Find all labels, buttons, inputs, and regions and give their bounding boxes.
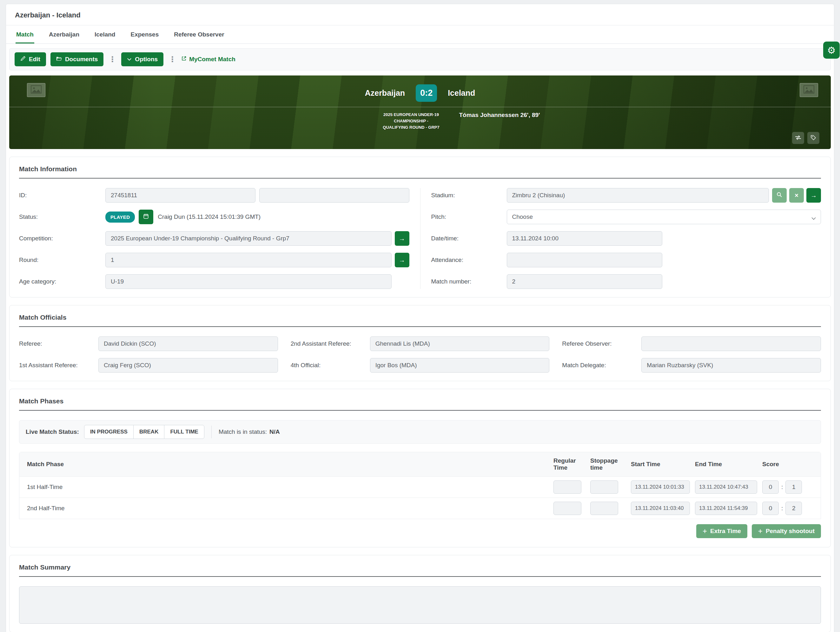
end-time-input[interactable] xyxy=(695,502,757,515)
referee-observer-input[interactable] xyxy=(641,336,821,351)
plus-icon: + xyxy=(703,527,707,536)
gear-icon: ⚙ xyxy=(827,45,836,56)
calendar-icon xyxy=(143,213,149,221)
match-delegate-label: Match Delegate: xyxy=(562,362,641,369)
section-title: Match Phases xyxy=(19,397,821,405)
status-history-button[interactable] xyxy=(139,210,153,224)
stadium-input[interactable] xyxy=(507,188,769,203)
external-link-icon xyxy=(181,56,186,63)
stoppage-time-input[interactable] xyxy=(590,481,618,494)
round-input[interactable] xyxy=(105,253,392,267)
tab-azerbaijan[interactable]: Azerbaijan xyxy=(48,25,80,43)
tab-match[interactable]: Match xyxy=(16,25,34,43)
attendance-label: Attendance: xyxy=(431,257,507,263)
arrow-right-icon: → xyxy=(810,192,817,199)
regular-time-input[interactable] xyxy=(553,502,581,515)
separator-dots-icon: ⋮ xyxy=(108,55,117,64)
add-penalty-shootout-button[interactable]: + Penalty shootout xyxy=(752,524,821,538)
score-away-input[interactable] xyxy=(785,481,802,494)
id-label: ID: xyxy=(19,192,105,199)
match-id-input[interactable] xyxy=(105,188,256,203)
regular-time-input[interactable] xyxy=(553,481,581,494)
assistant2-input[interactable] xyxy=(370,336,549,351)
folder-icon xyxy=(56,56,62,63)
score-home-input[interactable] xyxy=(762,481,779,494)
datetime-input[interactable] xyxy=(507,231,662,246)
mycomet-match-link[interactable]: MyComet Match xyxy=(181,56,235,63)
stadium-label: Stadium: xyxy=(431,192,507,199)
tab-bar: Match Azerbaijan Iceland Expenses Refere… xyxy=(6,25,834,44)
tag-button[interactable] xyxy=(807,132,819,144)
competition-name: 2025 EUROPEAN UNDER-19 CHAMPIONSHIP - QU… xyxy=(381,112,441,131)
section-title: Match Information xyxy=(19,165,821,173)
match-phases-section: Match Phases Live Match Status: IN PROGR… xyxy=(9,389,831,547)
end-time-input[interactable] xyxy=(695,481,757,494)
section-rule xyxy=(19,178,821,178)
match-number-input[interactable] xyxy=(507,274,662,289)
age-category-label: Age category: xyxy=(19,278,105,285)
age-category-input[interactable] xyxy=(105,274,392,289)
image-placeholder-icon xyxy=(31,85,41,95)
away-team-logo-placeholder xyxy=(800,83,818,97)
edit-button[interactable]: Edit xyxy=(14,52,46,66)
attendance-input[interactable] xyxy=(507,253,662,267)
fourth-official-input[interactable] xyxy=(370,358,549,373)
score-home-input[interactable] xyxy=(762,502,779,515)
competition-input[interactable] xyxy=(105,231,392,246)
assistant2-label: 2nd Assistant Referee: xyxy=(291,340,370,347)
arrow-right-icon: → xyxy=(399,257,405,264)
section-rule xyxy=(19,576,821,577)
go-to-competition-button[interactable]: → xyxy=(395,231,409,246)
options-button[interactable]: Options xyxy=(121,52,163,66)
match-id-secondary-input[interactable] xyxy=(259,188,409,203)
banner-actions xyxy=(792,132,819,144)
tag-icon xyxy=(810,135,816,142)
go-to-stadium-button[interactable]: → xyxy=(806,188,821,203)
match-summary-textarea[interactable] xyxy=(19,586,821,624)
match-summary-section: Match Summary xyxy=(9,555,831,632)
close-icon: × xyxy=(795,192,799,199)
score-badge: 0:2 xyxy=(416,84,437,102)
match-delegate-input[interactable] xyxy=(641,358,821,373)
swap-teams-button[interactable] xyxy=(792,132,804,144)
start-time-input[interactable] xyxy=(631,502,690,515)
stadium-clear-button[interactable]: × xyxy=(789,188,804,203)
referee-observer-label: Referee Observer: xyxy=(562,340,641,347)
match-phases-table: Match Phase Regular Time Stoppage time S… xyxy=(19,452,821,519)
referee-input[interactable] xyxy=(98,336,278,351)
separator-dots-icon: ⋮ xyxy=(168,55,177,64)
full-time-button[interactable]: FULL TIME xyxy=(164,425,204,439)
page-header: Azerbaijan - Iceland xyxy=(6,4,834,25)
search-icon xyxy=(777,192,782,199)
section-title: Match Summary xyxy=(19,564,821,571)
away-team-name: Iceland xyxy=(448,88,475,98)
stadium-search-button[interactable] xyxy=(772,188,787,203)
plus-icon: + xyxy=(758,527,763,536)
score-colon: : xyxy=(781,484,783,490)
pitch-select[interactable]: Choose xyxy=(507,210,821,224)
table-header-row: Match Phase Regular Time Stoppage time S… xyxy=(19,452,821,477)
goals-area: 2025 EUROPEAN UNDER-19 CHAMPIONSHIP - QU… xyxy=(9,107,831,131)
home-goals xyxy=(9,112,381,131)
tab-iceland[interactable]: Iceland xyxy=(94,25,116,43)
score-away-input[interactable] xyxy=(785,502,802,515)
match-officials-section: Match Officials Referee: 1st Assistant R… xyxy=(9,305,831,381)
referee-label: Referee: xyxy=(19,340,98,347)
start-time-input[interactable] xyxy=(631,481,690,494)
match-information-section: Match Information ID: Status: PLAYED Cra… xyxy=(9,157,831,298)
status-label: Status: xyxy=(19,213,105,221)
add-extra-time-button[interactable]: + Extra Time xyxy=(696,524,747,538)
main-card: Azerbaijan - Iceland Match Azerbaijan Ic… xyxy=(6,4,834,632)
in-progress-button[interactable]: IN PROGRESS xyxy=(84,425,134,439)
break-button[interactable]: BREAK xyxy=(133,425,164,439)
tab-referee-observer[interactable]: Referee Observer xyxy=(173,25,225,43)
settings-gear-button[interactable]: ⚙ xyxy=(823,41,840,59)
documents-button[interactable]: Documents xyxy=(51,52,103,66)
phase-actions: + Extra Time + Penalty shootout xyxy=(19,519,821,539)
live-match-status-bar: Live Match Status: IN PROGRESS BREAK FUL… xyxy=(19,420,821,444)
tab-expenses[interactable]: Expenses xyxy=(130,25,159,43)
assistant1-input[interactable] xyxy=(98,358,278,373)
pencil-icon xyxy=(20,56,26,63)
go-to-round-button[interactable]: → xyxy=(395,253,409,267)
stoppage-time-input[interactable] xyxy=(590,502,618,515)
